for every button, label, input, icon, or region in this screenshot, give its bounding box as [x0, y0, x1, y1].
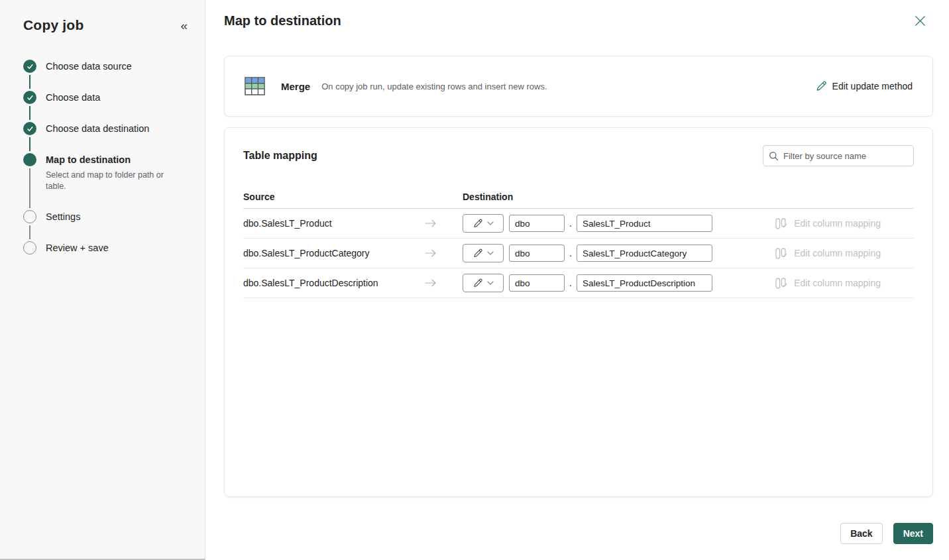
step-choose-data[interactable]: Choose data — [23, 91, 192, 122]
page-title: Map to destination — [224, 13, 341, 28]
wizard-footer: Back Next — [224, 523, 933, 544]
step-connector — [29, 106, 30, 120]
edit-column-mapping-label: Edit column mapping — [794, 248, 881, 258]
step-label: Choose data source — [46, 60, 132, 73]
arrow-right-icon — [424, 278, 437, 288]
chevron-down-icon — [487, 221, 494, 225]
mapping-table: Source Destination dbo.SalesLT_Product . — [243, 192, 914, 298]
close-icon[interactable] — [913, 13, 928, 30]
step-connector — [29, 225, 30, 239]
step-settings[interactable]: Settings — [23, 210, 192, 241]
search-icon — [769, 151, 779, 161]
edit-column-mapping-button[interactable]: Edit column mapping — [775, 248, 881, 259]
collapse-sidebar-icon[interactable]: « — [176, 17, 192, 34]
step-description: Select and map to folder path or table. — [46, 170, 185, 192]
check-icon — [27, 125, 34, 133]
check-icon — [27, 63, 34, 70]
step-rail — [23, 210, 36, 241]
filter-by-source-input[interactable] — [783, 151, 908, 161]
step-rail — [23, 153, 36, 210]
arrow-right-icon — [424, 248, 437, 258]
source-table-name: dbo.SalesLT_Product — [243, 218, 332, 229]
table-mapping-title: Table mapping — [243, 150, 317, 162]
destination-table-input[interactable] — [577, 245, 712, 262]
pencil-icon — [473, 219, 482, 228]
map-to-destination-panel: Map to destination Merge On copy job run… — [206, 0, 949, 560]
pencil-icon — [816, 81, 826, 91]
source-table-name: dbo.SalesLT_ProductDescription — [243, 278, 378, 288]
column-mapping-icon — [775, 218, 788, 229]
copy-job-sidebar: Copy job « Choose data source — [0, 0, 205, 560]
pencil-icon — [473, 249, 482, 258]
destination-type-dropdown[interactable] — [463, 274, 504, 292]
column-mapping-icon — [775, 248, 788, 259]
step-rail — [23, 60, 36, 91]
step-connector — [29, 137, 30, 151]
edit-column-mapping-label: Edit column mapping — [794, 278, 881, 288]
chevron-down-icon — [487, 281, 494, 285]
arrow-right-icon — [424, 218, 437, 229]
schema-table-separator: . — [569, 218, 572, 229]
update-method-name: Merge — [281, 81, 310, 92]
update-method-description: On copy job run, update existing rows an… — [321, 82, 547, 91]
step-circle — [23, 153, 36, 166]
step-rail — [23, 241, 36, 272]
step-label: Choose data destination — [46, 123, 149, 135]
destination-type-dropdown[interactable] — [463, 214, 504, 233]
next-button[interactable]: Next — [893, 523, 933, 544]
check-icon — [27, 94, 34, 101]
chevron-down-icon — [487, 251, 494, 255]
edit-update-method-label: Edit update method — [832, 81, 913, 91]
step-label: Review + save — [46, 242, 109, 254]
step-connector — [29, 75, 30, 89]
sidebar-title: Copy job — [23, 17, 84, 33]
table-row: dbo.SalesLT_ProductDescription . Edit — [243, 268, 914, 298]
back-button[interactable]: Back — [840, 523, 882, 544]
edit-update-method-button[interactable]: Edit update method — [816, 81, 913, 91]
wizard-stepper: Choose data source Choose data — [23, 60, 192, 272]
edit-column-mapping-label: Edit column mapping — [794, 218, 881, 229]
destination-table-input[interactable] — [577, 215, 712, 232]
step-label: Map to destination — [46, 154, 185, 166]
table-mapping-card: Table mapping Source Destination dbo.Sal… — [224, 127, 933, 497]
sidebar-header: Copy job « — [23, 17, 192, 34]
destination-schema-input[interactable] — [509, 215, 565, 232]
step-circle — [23, 91, 36, 104]
table-row: dbo.SalesLT_Product . Edit column map — [243, 209, 914, 239]
column-mapping-icon — [775, 278, 788, 289]
step-circle — [23, 241, 36, 254]
panel-header: Map to destination — [224, 13, 933, 30]
schema-table-separator: . — [569, 278, 572, 288]
pencil-icon — [473, 278, 482, 288]
step-rail — [23, 91, 36, 122]
destination-schema-input[interactable] — [509, 274, 565, 292]
step-choose-data-destination[interactable]: Choose data destination — [23, 122, 192, 153]
step-circle — [23, 60, 36, 73]
edit-column-mapping-button[interactable]: Edit column mapping — [775, 278, 881, 289]
destination-type-dropdown[interactable] — [463, 244, 504, 262]
step-circle — [23, 122, 36, 135]
step-label: Settings — [46, 211, 80, 223]
merge-table-icon — [245, 77, 265, 95]
step-rail — [23, 122, 36, 153]
step-review-save[interactable]: Review + save — [23, 241, 192, 272]
update-method-card: Merge On copy job run, update existing r… — [224, 56, 933, 117]
step-connector — [29, 168, 30, 208]
source-table-name: dbo.SalesLT_ProductCategory — [243, 248, 369, 258]
filter-input-wrapper — [763, 145, 914, 166]
schema-table-separator: . — [569, 248, 572, 258]
destination-table-input[interactable] — [577, 274, 712, 292]
step-circle — [23, 210, 36, 223]
step-label: Choose data — [46, 91, 100, 104]
destination-schema-input[interactable] — [509, 245, 565, 262]
step-map-to-destination[interactable]: Map to destination Select and map to fol… — [23, 153, 192, 210]
table-row: dbo.SalesLT_ProductCategory . Edit co — [243, 239, 914, 268]
source-column-header: Source — [243, 192, 463, 202]
destination-column-header: Destination — [463, 192, 513, 202]
edit-column-mapping-button[interactable]: Edit column mapping — [775, 218, 881, 229]
step-choose-data-source[interactable]: Choose data source — [23, 60, 192, 91]
table-header-row: Source Destination — [243, 192, 914, 209]
